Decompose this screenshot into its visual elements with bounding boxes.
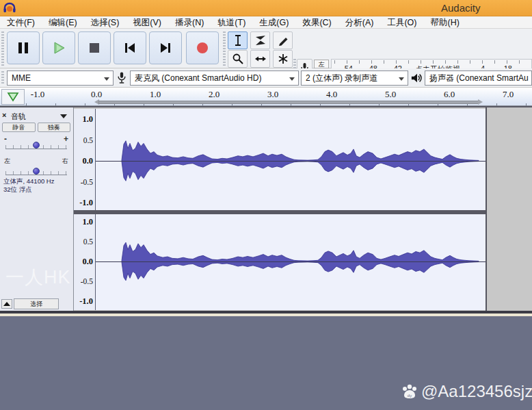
stop-icon: [87, 40, 102, 55]
timeline-tick-label: 7.0: [503, 89, 514, 100]
menu-item-6[interactable]: 生成(G): [252, 16, 295, 29]
mute-button[interactable]: 静音: [2, 123, 36, 132]
toolbar-grip[interactable]: [223, 31, 226, 66]
track-control-panel[interactable]: × 音轨 静音 独奏 - + 左 右 立体声, 44100 Hz: [0, 107, 74, 311]
pause-icon: [16, 40, 31, 55]
track-format-label: 32位 浮点: [3, 185, 54, 194]
audacity-logo-icon: [3, 2, 16, 14]
zero-line: [96, 161, 486, 162]
timeline-tick-label: 3.0: [267, 89, 278, 100]
chevron-down-icon: [399, 77, 404, 81]
timeline-tick-label: 2.0: [209, 89, 220, 100]
timeshift-tool-icon: [254, 53, 267, 65]
waveform-svg: [96, 214, 486, 310]
timeline-options-button[interactable]: [1, 89, 25, 105]
timeline: -1.00.01.02.03.04.05.06.07.0: [0, 88, 532, 106]
watermark-text: @Aa123456sjz: [421, 382, 532, 401]
vertical-scale-label: -1.0: [79, 198, 93, 208]
timeline-ruler[interactable]: -1.00.01.02.03.04.05.06.07.0: [26, 88, 532, 106]
device-toolbar: MME 麦克风 (Conexant SmartAudio HD) 2 (立体声)…: [0, 68, 532, 88]
toolbar-grip[interactable]: [1, 31, 4, 66]
gain-plus-label: +: [64, 134, 68, 144]
skip-to-start-icon: [122, 40, 137, 55]
timeline-tick-label: -1.0: [31, 89, 45, 100]
envelope-tool-button[interactable]: [250, 31, 270, 49]
record-button[interactable]: [186, 31, 219, 64]
multi-tool-button[interactable]: [273, 50, 293, 68]
bottom-watermark: dy @Aa123456sjz: [401, 382, 532, 401]
menu-item-2[interactable]: 选择(S): [84, 16, 127, 29]
waveform-left-channel[interactable]: [96, 109, 486, 210]
track-end-border: [486, 107, 487, 311]
play-button[interactable]: [42, 31, 75, 64]
menu-item-3[interactable]: 视图(V): [126, 16, 168, 29]
skip-to-start-button[interactable]: [114, 31, 146, 64]
skip-to-end-button[interactable]: [149, 31, 182, 64]
play-head-triangle-icon: [6, 92, 20, 103]
toolbar-area: 左 右 点击开始监视 -54-48-424-18 - +: [0, 29, 532, 68]
solo-button[interactable]: 独奏: [38, 123, 71, 132]
triangle-up-icon: [3, 302, 10, 306]
toolbar-grip[interactable]: [1, 71, 4, 85]
vertical-scale-label: 0.5: [83, 238, 93, 246]
selection-tool-button[interactable]: [228, 31, 248, 49]
pause-button[interactable]: [7, 31, 40, 64]
selection-tool-icon: [232, 34, 244, 47]
vertical-scale-label: 0.0: [82, 156, 93, 166]
timeline-tick-label: 0.0: [91, 89, 102, 100]
play-icon: [51, 40, 66, 55]
menu-item-1[interactable]: 编辑(E): [42, 16, 84, 29]
vertical-scale-label: -0.5: [81, 277, 93, 285]
menu-item-9[interactable]: 工具(O): [380, 16, 423, 29]
vertical-ruler-left-channel[interactable]: 1.00.50.0-0.5-1.0: [74, 109, 96, 210]
meter-left-label: 左: [315, 60, 328, 68]
draw-tool-button[interactable]: [273, 31, 293, 49]
menu-item-10[interactable]: 帮助(H): [423, 16, 466, 29]
zoom-tool-button[interactable]: [228, 50, 248, 68]
recording-channels-value: 2 (立体声) 录制声道: [306, 73, 377, 83]
vertical-scale-label: 1.0: [82, 217, 93, 227]
slider-thumb[interactable]: [33, 142, 40, 149]
close-track-button[interactable]: ×: [2, 112, 6, 118]
zero-line: [96, 261, 486, 262]
pan-slider[interactable]: [4, 162, 68, 177]
menu-item-5[interactable]: 轨道(T): [211, 16, 252, 29]
timeline-tick-label: 1.0: [150, 89, 161, 100]
audio-host-select[interactable]: MME: [7, 71, 114, 86]
zoom-tool-icon: [232, 53, 244, 65]
stop-button[interactable]: [78, 31, 111, 64]
track-area: × 音轨 静音 独奏 - + 左 右 立体声, 44100 Hz: [0, 106, 532, 313]
quickplay-bar[interactable]: [98, 101, 479, 104]
multi-tool-icon: [277, 53, 289, 65]
collapse-track-button[interactable]: [1, 299, 12, 309]
record-icon: [195, 40, 210, 55]
chevron-down-icon: [289, 77, 295, 81]
recording-device-mic-icon: [117, 71, 127, 88]
playback-device-select[interactable]: 扬声器 (Conexant SmartAu: [425, 71, 532, 86]
recording-device-select[interactable]: 麦克风 (Conexant SmartAudio HD): [130, 71, 299, 86]
waveform-right-channel[interactable]: [96, 214, 486, 310]
timeline-tick-label: 6.0: [444, 89, 455, 100]
gain-slider[interactable]: - +: [4, 136, 68, 151]
timeshift-tool-button[interactable]: [250, 50, 270, 68]
slider-thumb[interactable]: [33, 168, 40, 175]
svg-text:dy: dy: [408, 394, 412, 398]
recording-channels-select[interactable]: 2 (立体声) 录制声道: [301, 71, 408, 86]
recording-device-value: 麦克风 (Conexant SmartAudio HD): [135, 73, 261, 83]
track-rate-label: 立体声, 44100 Hz: [3, 177, 54, 185]
vertical-ruler-right-channel[interactable]: 1.00.50.0-0.5-1.0: [74, 214, 96, 310]
menu-item-7[interactable]: 效果(C): [295, 16, 338, 29]
vertical-scale-label: -0.5: [81, 178, 93, 186]
waveform-svg: [96, 109, 486, 210]
menu-item-4[interactable]: 播录(N): [168, 16, 211, 29]
track-menu-caret-icon[interactable]: [60, 114, 67, 118]
audacity-window: Audacity 文件(F)编辑(E)选择(S)视图(V)播录(N)轨道(T)生…: [0, 0, 532, 410]
audio-host-value: MME: [12, 73, 31, 83]
timeline-tick-label: 5.0: [385, 89, 396, 100]
track-format-info: 立体声, 44100 Hz 32位 浮点: [3, 177, 54, 194]
menu-item-8[interactable]: 分析(A): [338, 16, 381, 29]
select-track-button[interactable]: 选择: [14, 298, 59, 309]
gain-minus-label: -: [4, 134, 7, 144]
track-name[interactable]: 音轨: [11, 112, 26, 122]
menu-item-0[interactable]: 文件(F): [0, 16, 42, 29]
